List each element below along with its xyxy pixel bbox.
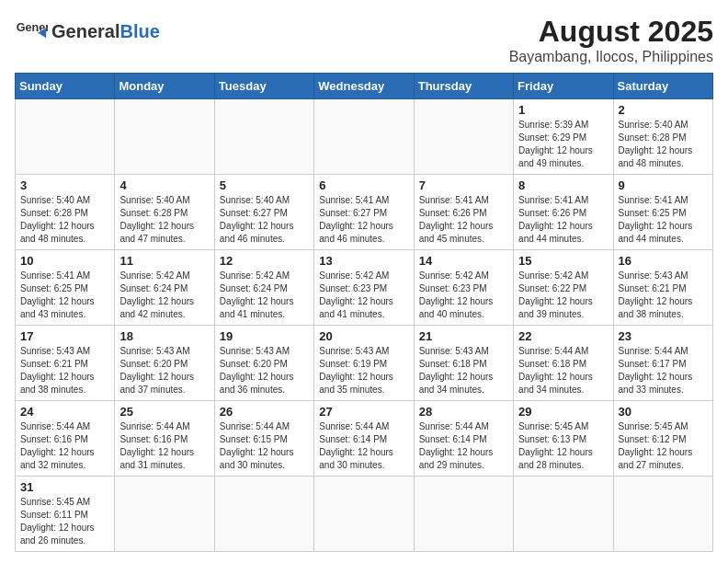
calendar-cell: 23Sunrise: 5:44 AM Sunset: 6:17 PM Dayli… [613,326,712,401]
calendar-week-row: 31Sunrise: 5:45 AM Sunset: 6:11 PM Dayli… [16,477,713,552]
day-sun-info: Sunrise: 5:41 AM Sunset: 6:27 PM Dayligh… [319,194,408,246]
day-sun-info: Sunrise: 5:41 AM Sunset: 6:25 PM Dayligh… [20,270,109,321]
day-number: 21 [419,329,508,343]
calendar-cell: 2Sunrise: 5:40 AM Sunset: 6:28 PM Daylig… [613,99,712,175]
day-of-week-header: Wednesday [314,74,414,99]
day-number: 8 [518,178,608,192]
day-sun-info: Sunrise: 5:42 AM Sunset: 6:22 PM Dayligh… [518,270,608,321]
day-sun-info: Sunrise: 5:45 AM Sunset: 6:12 PM Dayligh… [619,420,708,472]
calendar-cell: 25Sunrise: 5:44 AM Sunset: 6:16 PM Dayli… [115,401,214,477]
day-number: 31 [20,480,109,494]
day-number: 30 [619,405,708,419]
calendar-cell: 26Sunrise: 5:44 AM Sunset: 6:15 PM Dayli… [214,401,313,477]
day-sun-info: Sunrise: 5:44 AM Sunset: 6:18 PM Dayligh… [518,345,608,396]
calendar-cell [414,99,513,175]
day-sun-info: Sunrise: 5:45 AM Sunset: 6:11 PM Dayligh… [20,496,109,547]
day-number: 23 [619,329,708,343]
calendar-cell: 17Sunrise: 5:43 AM Sunset: 6:21 PM Dayli… [16,326,115,401]
calendar-cell: 1Sunrise: 5:39 AM Sunset: 6:29 PM Daylig… [514,99,613,175]
day-sun-info: Sunrise: 5:40 AM Sunset: 6:27 PM Dayligh… [220,194,309,246]
calendar-cell: 11Sunrise: 5:42 AM Sunset: 6:24 PM Dayli… [115,250,214,326]
day-number: 25 [119,405,209,419]
calendar-week-row: 1Sunrise: 5:39 AM Sunset: 6:29 PM Daylig… [16,99,713,175]
calendar-cell: 6Sunrise: 5:41 AM Sunset: 6:27 PM Daylig… [314,175,414,250]
day-of-week-header: Thursday [414,74,513,99]
day-sun-info: Sunrise: 5:39 AM Sunset: 6:29 PM Dayligh… [518,119,608,170]
day-sun-info: Sunrise: 5:42 AM Sunset: 6:24 PM Dayligh… [119,270,209,321]
calendar-cell: 12Sunrise: 5:42 AM Sunset: 6:24 PM Dayli… [214,250,313,326]
day-sun-info: Sunrise: 5:40 AM Sunset: 6:28 PM Dayligh… [119,194,209,246]
calendar-subtitle: Bayambang, Ilocos, Philippines [509,49,713,65]
calendar-title: August 2025 [509,15,713,49]
calendar-cell: 16Sunrise: 5:43 AM Sunset: 6:21 PM Dayli… [613,250,712,326]
calendar-cell: 9Sunrise: 5:41 AM Sunset: 6:25 PM Daylig… [613,175,712,250]
day-of-week-header: Tuesday [214,74,313,99]
calendar-cell: 27Sunrise: 5:44 AM Sunset: 6:14 PM Dayli… [314,401,414,477]
day-sun-info: Sunrise: 5:44 AM Sunset: 6:17 PM Dayligh… [619,345,708,396]
calendar-cell [613,477,712,552]
day-sun-info: Sunrise: 5:42 AM Sunset: 6:23 PM Dayligh… [319,270,408,321]
title-area: August 2025 Bayambang, Ilocos, Philippin… [509,15,713,65]
day-sun-info: Sunrise: 5:43 AM Sunset: 6:21 PM Dayligh… [619,270,708,321]
day-number: 17 [20,329,109,343]
logo: General GeneralBlue [15,15,160,48]
calendar-cell [115,477,214,552]
day-number: 12 [220,254,309,268]
calendar-cell: 29Sunrise: 5:45 AM Sunset: 6:13 PM Dayli… [514,401,613,477]
calendar-cell [115,99,214,175]
calendar-cell [314,477,414,552]
calendar-cell: 13Sunrise: 5:42 AM Sunset: 6:23 PM Dayli… [314,250,414,326]
day-sun-info: Sunrise: 5:41 AM Sunset: 6:25 PM Dayligh… [619,194,708,246]
calendar-cell [314,99,414,175]
calendar-week-row: 3Sunrise: 5:40 AM Sunset: 6:28 PM Daylig… [16,175,713,250]
day-of-week-header: Friday [514,74,613,99]
day-number: 11 [119,254,209,268]
calendar-cell: 30Sunrise: 5:45 AM Sunset: 6:12 PM Dayli… [613,401,712,477]
calendar-week-row: 17Sunrise: 5:43 AM Sunset: 6:21 PM Dayli… [16,326,713,401]
day-sun-info: Sunrise: 5:41 AM Sunset: 6:26 PM Dayligh… [419,194,508,246]
calendar-cell: 15Sunrise: 5:42 AM Sunset: 6:22 PM Dayli… [514,250,613,326]
day-of-week-header: Sunday [16,74,115,99]
day-sun-info: Sunrise: 5:44 AM Sunset: 6:14 PM Dayligh… [419,420,508,472]
header: General GeneralBlue August 2025 Bayamban… [15,15,713,65]
calendar-cell: 31Sunrise: 5:45 AM Sunset: 6:11 PM Dayli… [16,477,115,552]
day-sun-info: Sunrise: 5:42 AM Sunset: 6:23 PM Dayligh… [419,270,508,321]
day-number: 18 [119,329,209,343]
day-number: 10 [20,254,109,268]
day-sun-info: Sunrise: 5:43 AM Sunset: 6:20 PM Dayligh… [119,345,209,396]
day-sun-info: Sunrise: 5:44 AM Sunset: 6:16 PM Dayligh… [20,420,109,472]
day-number: 2 [619,103,708,117]
calendar-cell: 4Sunrise: 5:40 AM Sunset: 6:28 PM Daylig… [115,175,214,250]
calendar-cell: 21Sunrise: 5:43 AM Sunset: 6:18 PM Dayli… [414,326,513,401]
day-sun-info: Sunrise: 5:44 AM Sunset: 6:15 PM Dayligh… [220,420,309,472]
day-number: 28 [419,405,508,419]
calendar-cell: 8Sunrise: 5:41 AM Sunset: 6:26 PM Daylig… [514,175,613,250]
day-number: 24 [20,405,109,419]
day-number: 14 [419,254,508,268]
day-of-week-header: Saturday [613,74,712,99]
calendar-week-row: 10Sunrise: 5:41 AM Sunset: 6:25 PM Dayli… [16,250,713,326]
day-number: 27 [319,405,408,419]
day-number: 7 [419,178,508,192]
day-sun-info: Sunrise: 5:44 AM Sunset: 6:16 PM Dayligh… [119,420,209,472]
day-number: 6 [319,178,408,192]
calendar-cell [214,99,313,175]
calendar-cell: 28Sunrise: 5:44 AM Sunset: 6:14 PM Dayli… [414,401,513,477]
calendar-cell: 3Sunrise: 5:40 AM Sunset: 6:28 PM Daylig… [16,175,115,250]
day-number: 13 [319,254,408,268]
day-number: 16 [619,254,708,268]
calendar-cell [414,477,513,552]
generalblue-logo-icon: General [15,15,48,48]
day-number: 15 [518,254,608,268]
day-sun-info: Sunrise: 5:44 AM Sunset: 6:14 PM Dayligh… [319,420,408,472]
calendar-cell: 20Sunrise: 5:43 AM Sunset: 6:19 PM Dayli… [314,326,414,401]
calendar-cell: 7Sunrise: 5:41 AM Sunset: 6:26 PM Daylig… [414,175,513,250]
day-number: 9 [619,178,708,192]
calendar-header-row: SundayMondayTuesdayWednesdayThursdayFrid… [16,74,713,99]
calendar-cell: 24Sunrise: 5:44 AM Sunset: 6:16 PM Dayli… [16,401,115,477]
calendar-cell: 14Sunrise: 5:42 AM Sunset: 6:23 PM Dayli… [414,250,513,326]
calendar-cell [16,99,115,175]
day-sun-info: Sunrise: 5:43 AM Sunset: 6:20 PM Dayligh… [220,345,309,396]
day-number: 4 [119,178,209,192]
day-number: 3 [20,178,109,192]
